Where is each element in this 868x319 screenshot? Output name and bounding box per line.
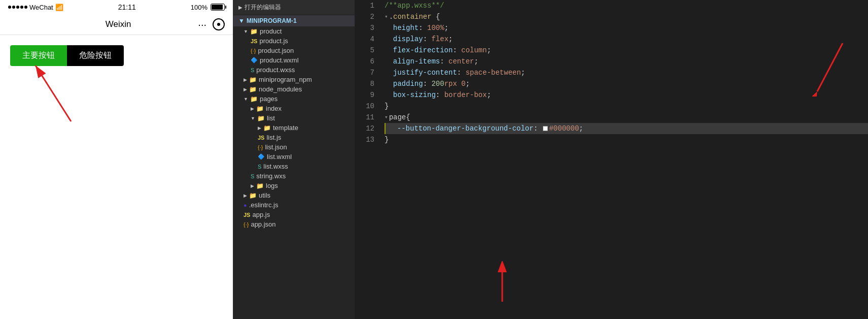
signal-dot-2 — [12, 6, 15, 9]
code-line-12: --button-danger-background-color: #00000… — [385, 123, 868, 134]
tree-item-label: list.json — [265, 143, 287, 151]
code-hex: #000000 — [549, 123, 579, 134]
battery-fill — [212, 5, 223, 10]
tree-item-list-json[interactable]: {·} list.json — [233, 142, 355, 152]
arrow-overlay-phone — [30, 60, 101, 129]
tree-item-app-json[interactable]: {·} app.json — [233, 219, 355, 229]
code-comment: /**app.wxss**/ — [385, 0, 444, 11]
line-num-8: 8 — [355, 78, 374, 89]
battery-bar — [211, 4, 225, 11]
folder-icon: 📁 — [250, 95, 258, 103]
tree-item-product-wxml[interactable]: 🔷 product.wxml — [233, 55, 355, 65]
tree-item-eslintrc[interactable]: ● .eslintrc.js — [233, 200, 355, 210]
code-lines: /**app.wxss**/ ▾ .container { height: 10… — [380, 0, 868, 319]
battery-pct-label: 100% — [191, 4, 207, 11]
tree-item-list-wxml[interactable]: 🔷 list.wxml — [233, 152, 355, 162]
line-numbers: 1 2 3 4 5 6 7 8 9 10 11 12 13 — [355, 0, 380, 319]
code-selector: .container — [389, 11, 432, 22]
file-tree-panel: ▶ 打开的编辑器 ▼ MINIPROGRAM-1 ▼ 📁 product JS … — [233, 0, 355, 319]
folder-icon: 📁 — [249, 76, 257, 83]
code-line-8: padding: 200rpx 0; — [385, 78, 868, 89]
tree-item-product-wxss[interactable]: S product.wxss — [233, 65, 355, 75]
tree-item-utils[interactable]: ▶ 📁 utils — [233, 190, 355, 200]
line-num-9: 9 — [355, 89, 374, 101]
chevron-right-icon: ▶ — [251, 106, 254, 111]
phone-content: 主要按钮 危险按钮 — [0, 35, 233, 319]
line-num-1: 1 — [355, 0, 374, 11]
project-name: MINIPROGRAM-1 — [247, 17, 297, 24]
eslint-icon: ● — [244, 202, 247, 208]
record-dot — [217, 23, 220, 26]
wxml-icon: 🔷 — [251, 57, 258, 63]
tree-item-product[interactable]: ▼ 📁 product — [233, 26, 355, 36]
danger-button[interactable]: 危险按钮 — [67, 45, 124, 66]
tree-item-label: app.json — [251, 220, 275, 228]
tree-item-template[interactable]: ▶ 📁 template — [233, 123, 355, 133]
tree-item-label: product.wxml — [260, 56, 299, 64]
tree-item-list[interactable]: ▼ 📁 list — [233, 113, 355, 123]
collapse-icon-2[interactable]: ▾ — [385, 112, 388, 123]
code-prop: padding — [385, 78, 423, 89]
status-time: 21:11 — [118, 3, 136, 11]
phone-panel: WeChat 📶 21:11 100% Weixin ··· 主要按钮 危险按钮 — [0, 0, 233, 319]
chevron-down-icon: ▼ — [251, 116, 255, 121]
tree-item-product-json[interactable]: {·} product.json — [233, 46, 355, 55]
opened-editors-header[interactable]: ▶ 打开的编辑器 — [233, 0, 355, 15]
tree-item-label: list.wxml — [267, 153, 292, 161]
tree-item-label: product — [260, 27, 282, 35]
line-num-2: 2 — [355, 11, 374, 22]
code-prop: display — [385, 34, 423, 45]
folder-icon: 📁 — [249, 192, 257, 199]
code-brace-close: } — [385, 134, 389, 145]
tree-item-list-js[interactable]: JS list.js — [233, 133, 355, 142]
phone-header: Weixin ··· — [0, 14, 233, 35]
chevron-down-icon: ▼ — [244, 29, 248, 34]
tree-item-miniprogram-npm[interactable]: ▶ 📁 miniprogram_npm — [233, 75, 355, 84]
tree-item-pages[interactable]: ▼ 📁 pages — [233, 94, 355, 104]
code-line-7: justify-content: space-between; — [385, 67, 868, 78]
json-icon: {·} — [258, 144, 263, 150]
wifi-icon: 📶 — [55, 4, 63, 11]
tree-item-label: app.js — [252, 211, 270, 218]
signal-dot-4 — [20, 6, 23, 9]
line-num-12: 12 — [355, 123, 374, 134]
chevron-right-icon: ▶ — [244, 193, 247, 198]
record-icon[interactable] — [213, 18, 225, 30]
code-editor: 1 2 3 4 5 6 7 8 9 10 11 12 13 /**app.wxs… — [355, 0, 868, 319]
code-line-9: box-sizing: border-box; — [385, 89, 868, 101]
chevron-down-icon: ▼ — [244, 97, 248, 102]
tree-item-string-wxs[interactable]: S string.wxs — [233, 171, 355, 181]
tree-item-label: list.wxss — [263, 163, 288, 170]
code-prop: justify-content — [385, 67, 457, 78]
primary-button[interactable]: 主要按钮 — [10, 45, 67, 66]
folder-icon: 📁 — [250, 28, 258, 35]
code-line-5: flex-direction: column; — [385, 45, 868, 56]
js-icon: JS — [244, 212, 250, 218]
code-prop: align-items — [385, 56, 440, 67]
project-label[interactable]: ▼ MINIPROGRAM-1 — [233, 15, 355, 26]
signal-dots — [8, 6, 27, 9]
code-line-11: ▾ page{ — [385, 112, 868, 123]
chevron-right-icon: ▶ — [258, 125, 261, 131]
folder-icon: 📁 — [257, 115, 265, 122]
tree-item-app-js[interactable]: JS app.js — [233, 210, 355, 219]
tree-item-label: string.wxs — [256, 172, 286, 180]
collapse-icon[interactable]: ▾ — [385, 11, 388, 22]
opened-editors-label: 打开的编辑器 — [245, 3, 281, 12]
json-icon: {·} — [244, 221, 249, 228]
tree-item-logs[interactable]: ▶ 📁 logs — [233, 181, 355, 190]
more-options-icon[interactable]: ··· — [198, 19, 206, 30]
phone-header-icons: ··· — [198, 18, 225, 30]
json-icon: {·} — [251, 48, 256, 54]
tree-item-label: logs — [266, 182, 278, 189]
code-line-3: height: 100%; — [385, 22, 868, 34]
tree-item-node-modules[interactable]: ▶ 📁 node_modules — [233, 84, 355, 94]
line-num-3: 3 — [355, 22, 374, 34]
tree-item-product-js[interactable]: JS product.js — [233, 36, 355, 46]
tree-item-list-wxss[interactable]: S list.wxss — [233, 162, 355, 171]
button-row: 主要按钮 危险按钮 — [10, 45, 223, 66]
line-num-10: 10 — [355, 101, 374, 112]
line-num-13: 13 — [355, 134, 374, 145]
chevron-right-icon: ▶ — [244, 87, 247, 92]
tree-item-index[interactable]: ▶ 📁 index — [233, 104, 355, 113]
